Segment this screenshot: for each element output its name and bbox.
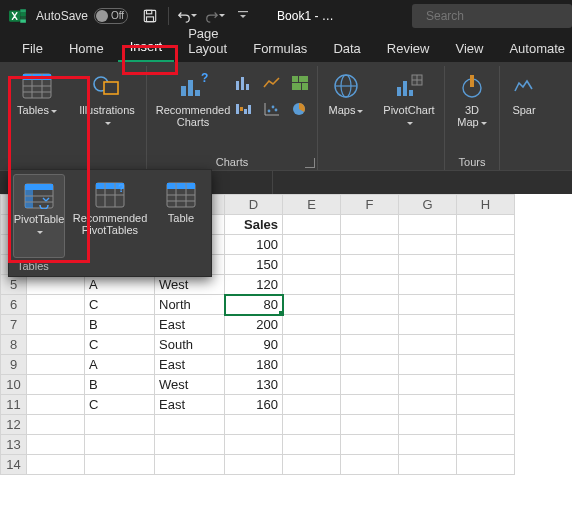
fill-handle[interactable]	[279, 311, 283, 315]
cell-B10[interactable]: B	[85, 375, 155, 395]
cell-G14[interactable]	[399, 455, 457, 475]
cell-A12[interactable]	[27, 415, 85, 435]
cell-B12[interactable]	[85, 415, 155, 435]
tab-data[interactable]: Data	[321, 35, 372, 62]
row-header-11[interactable]: 11	[1, 395, 27, 415]
3d-map-button[interactable]: 3D Map	[451, 66, 493, 132]
autosave-toggle[interactable]: AutoSave Off	[36, 8, 128, 24]
cell-A5[interactable]	[27, 275, 85, 295]
cell-A9[interactable]	[27, 355, 85, 375]
cell-C12[interactable]	[155, 415, 225, 435]
cell-A13[interactable]	[27, 435, 85, 455]
tab-formulas[interactable]: Formulas	[241, 35, 319, 62]
row-header-12[interactable]: 12	[1, 415, 27, 435]
cell-C13[interactable]	[155, 435, 225, 455]
cell-B7[interactable]: B	[85, 315, 155, 335]
cell-D7[interactable]: 200	[225, 315, 283, 335]
line-chart-icon[interactable]	[261, 72, 283, 94]
cell-D11[interactable]: 160	[225, 395, 283, 415]
cell-B6[interactable]: C	[85, 295, 155, 315]
cell-D12[interactable]	[225, 415, 283, 435]
scatter-chart-icon[interactable]	[261, 98, 283, 120]
col-header-F[interactable]: F	[341, 195, 399, 215]
cell-C6[interactable]: North	[155, 295, 225, 315]
cell-E12[interactable]	[283, 415, 341, 435]
cell-A10[interactable]	[27, 375, 85, 395]
search-box[interactable]	[412, 4, 572, 28]
cell-H12[interactable]	[457, 415, 515, 435]
toggle-switch[interactable]: Off	[94, 8, 128, 24]
tab-file[interactable]: File	[10, 35, 55, 62]
column-chart-icon[interactable]	[233, 72, 255, 94]
cell-A8[interactable]	[27, 335, 85, 355]
pivottable-button[interactable]: PivotTable	[13, 174, 65, 258]
col-header-D[interactable]: D	[225, 195, 283, 215]
illustrations-button[interactable]: Illustrations	[74, 66, 140, 132]
col-header-H[interactable]: H	[457, 195, 515, 215]
cell-D10[interactable]: 130	[225, 375, 283, 395]
sparklines-button[interactable]: Spar	[506, 66, 542, 120]
row-header-13[interactable]: 13	[1, 435, 27, 455]
save-icon[interactable]	[137, 3, 163, 29]
cell-F12[interactable]	[341, 415, 399, 435]
cell-H14[interactable]	[457, 455, 515, 475]
cell-D6[interactable]: 80	[225, 295, 283, 315]
cell-C8[interactable]: South	[155, 335, 225, 355]
cell-C10[interactable]: West	[155, 375, 225, 395]
recommended-pivottables-button[interactable]: ? Recommended PivotTables	[69, 174, 151, 258]
cell-G12[interactable]	[399, 415, 457, 435]
pie-chart-icon[interactable]	[289, 98, 311, 120]
cell-C11[interactable]: East	[155, 395, 225, 415]
tables-split-button[interactable]: Tables	[12, 66, 62, 120]
row-header-7[interactable]: 7	[1, 315, 27, 335]
cell-B8[interactable]: C	[85, 335, 155, 355]
cell-B11[interactable]: C	[85, 395, 155, 415]
cell-B13[interactable]	[85, 435, 155, 455]
cell-F13[interactable]	[341, 435, 399, 455]
row-header-8[interactable]: 8	[1, 335, 27, 355]
search-input[interactable]	[426, 9, 572, 23]
cell-A7[interactable]	[27, 315, 85, 335]
tab-review[interactable]: Review	[375, 35, 442, 62]
row-header-9[interactable]: 9	[1, 355, 27, 375]
cell-D4[interactable]: 150	[225, 255, 283, 275]
tab-page-layout[interactable]: Page Layout	[176, 20, 239, 62]
col-header-E[interactable]: E	[283, 195, 341, 215]
document-title[interactable]: Book1 - …	[277, 9, 334, 23]
waterfall-chart-icon[interactable]	[233, 98, 255, 120]
maps-button[interactable]: Maps	[324, 66, 368, 120]
cell-E14[interactable]	[283, 455, 341, 475]
cell-E13[interactable]	[283, 435, 341, 455]
cell-G13[interactable]	[399, 435, 457, 455]
cell-C9[interactable]: East	[155, 355, 225, 375]
cell-D9[interactable]: 180	[225, 355, 283, 375]
tab-home[interactable]: Home	[57, 35, 116, 62]
tab-view[interactable]: View	[443, 35, 495, 62]
row-header-10[interactable]: 10	[1, 375, 27, 395]
cell-A11[interactable]	[27, 395, 85, 415]
cell-A6[interactable]	[27, 295, 85, 315]
row-header-14[interactable]: 14	[1, 455, 27, 475]
cell-A14[interactable]	[27, 455, 85, 475]
tab-automate[interactable]: Automate	[497, 35, 572, 62]
cell-H13[interactable]	[457, 435, 515, 455]
cell-B9[interactable]: A	[85, 355, 155, 375]
cell-B14[interactable]	[85, 455, 155, 475]
charts-dialog-launcher[interactable]	[305, 158, 315, 168]
cell-D2[interactable]: Sales	[225, 215, 283, 235]
col-header-G[interactable]: G	[399, 195, 457, 215]
cell-D8[interactable]: 90	[225, 335, 283, 355]
row-header-6[interactable]: 6	[1, 295, 27, 315]
insert-table-button[interactable]: Table	[155, 174, 207, 258]
cell-F14[interactable]	[341, 455, 399, 475]
cell-D13[interactable]	[225, 435, 283, 455]
row-header-5[interactable]: 5	[1, 275, 27, 295]
cell-B5[interactable]: A	[85, 275, 155, 295]
cell-D14[interactable]	[225, 455, 283, 475]
pivotchart-button[interactable]: PivotChart	[380, 66, 438, 132]
hierarchy-chart-icon[interactable]	[289, 72, 311, 94]
cell-D5[interactable]: 120	[225, 275, 283, 295]
cell-D3[interactable]: 100	[225, 235, 283, 255]
cell-C7[interactable]: East	[155, 315, 225, 335]
recommended-charts-button[interactable]: ? Recommended Charts	[153, 66, 233, 132]
